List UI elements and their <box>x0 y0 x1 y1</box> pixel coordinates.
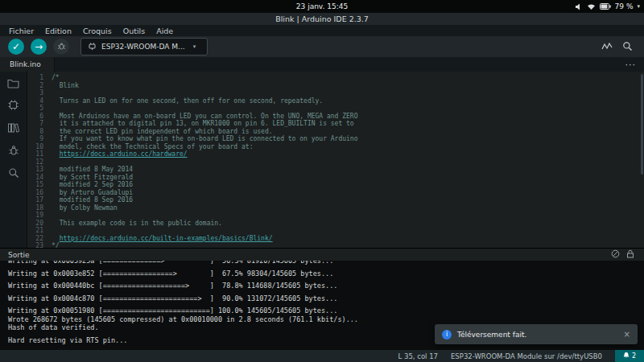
line-number: 13 <box>27 166 52 174</box>
debug-button[interactable] <box>53 39 69 55</box>
editor-line[interactable]: 8 the correct LED pin independent of whi… <box>27 128 644 136</box>
status-bar: L 35, col 17 ESP32-WROOM-DA Module sur /… <box>0 350 644 362</box>
menu-item-edition[interactable]: Edition <box>39 27 77 35</box>
editor-line[interactable]: 6 Most Arduinos have an on-board LED you… <box>27 113 644 121</box>
editor-line[interactable]: 21 <box>27 227 644 235</box>
line-number: 22 <box>27 235 52 243</box>
line-number: 20 <box>27 220 52 228</box>
code-link[interactable]: https://docs.arduino.cc/built-in-example… <box>60 235 273 242</box>
code-text: modified 8 Sep 2016 <box>52 196 133 204</box>
notifications-button[interactable]: 2 <box>615 350 644 362</box>
line-number: 9 <box>27 135 52 143</box>
volume-icon <box>575 3 583 10</box>
board-selector[interactable]: ESP32-WROOM-DA M... ▾ <box>80 38 208 56</box>
menu-item-outils[interactable]: Outils <box>118 27 151 35</box>
line-number: 18 <box>27 204 52 212</box>
serial-plotter-icon[interactable] <box>601 39 613 55</box>
editor-line[interactable]: 4 Turns an LED on for one second, then o… <box>27 97 644 105</box>
sidebar-item-boards-manager[interactable] <box>6 100 20 113</box>
code-text <box>52 89 56 97</box>
board-plug-icon <box>88 42 97 52</box>
chip-icon <box>7 99 19 114</box>
system-top-bar: 23 janv. 15:45 79 % ▾ <box>0 0 644 13</box>
tab-overflow-menu[interactable]: ··· <box>625 57 644 72</box>
bug-icon <box>8 144 19 159</box>
code-link[interactable]: https://docs.arduino.cc/hardware/ <box>60 150 188 158</box>
cursor-position[interactable]: L 35, col 17 <box>398 352 438 360</box>
line-number: 8 <box>27 128 52 136</box>
editor-line[interactable]: 3 <box>27 89 644 97</box>
editor-line[interactable]: 5 <box>27 105 644 113</box>
menu-item-fichier[interactable]: Fichier <box>3 27 39 35</box>
scroll-lock-icon[interactable] <box>626 249 634 260</box>
code-text: model, check the Technical Specs of your… <box>52 143 253 151</box>
system-tray[interactable]: 79 % ▾ <box>575 0 640 13</box>
editor-line[interactable]: 10 model, check the Technical Specs of y… <box>27 143 644 151</box>
code-text: modified 2 Sep 2016 <box>52 181 133 189</box>
console-line: Writing at 0x0003e852 [=================… <box>8 269 644 278</box>
editor-line[interactable]: 17 modified 8 Sep 2016 <box>27 196 644 204</box>
editor-line[interactable]: 12 <box>27 158 644 167</box>
chevron-down-icon: ▾ <box>193 43 196 50</box>
verify-button[interactable]: ✓ <box>8 39 24 55</box>
code-text: modified 8 May 2014 <box>52 166 133 174</box>
board-port-status[interactable]: ESP32-WROOM-DA Module sur /dev/ttyUSB0 <box>451 352 602 360</box>
code-text: it is attached to digital pin 13, on MKR… <box>52 120 354 128</box>
line-number: 10 <box>27 143 52 151</box>
code-text: by Arturo Guadalupi <box>52 189 133 197</box>
editor-scrollbar[interactable] <box>641 74 643 175</box>
toolbar: ✓ → ESP32-WROOM-DA M... ▾ <box>0 36 644 57</box>
line-number: 14 <box>27 174 52 182</box>
menu-item-croquis[interactable]: Croquis <box>77 27 118 35</box>
editor-line[interactable]: 20 This example code is in the public do… <box>27 220 644 228</box>
code-editor[interactable]: 1/*2 Blink3 4 Turns an LED on for one se… <box>27 72 644 250</box>
code-text: by Colby Newman <box>52 204 118 212</box>
editor-line[interactable]: 14 by Scott Fitzgerald <box>27 174 644 182</box>
editor-line[interactable]: 18 by Colby Newman <box>27 204 644 212</box>
caret-down-icon: ▾ <box>637 3 640 10</box>
books-icon <box>7 121 19 137</box>
tab-blink-ino[interactable]: Blink.ino <box>0 57 55 72</box>
menu-item-aide[interactable]: Aide <box>151 27 179 35</box>
close-icon[interactable]: × <box>624 330 630 339</box>
network-icon <box>587 3 596 10</box>
editor-line[interactable]: 19 <box>27 212 644 220</box>
console-line: Writing at 0x00051980 [=================… <box>8 306 644 315</box>
upload-done-toast: i Téléversement fait. × <box>435 324 638 344</box>
upload-button[interactable]: → <box>31 39 47 55</box>
arrow-right-icon: → <box>35 42 43 51</box>
editor-line[interactable]: 2 Blink <box>27 82 644 90</box>
sidebar-item-library-manager[interactable] <box>6 122 20 136</box>
info-icon: i <box>442 330 452 339</box>
editor-line[interactable]: 7 it is attached to digital pin 13, on M… <box>27 120 644 128</box>
system-clock[interactable]: 23 janv. 15:45 <box>296 2 348 10</box>
line-number: 2 <box>27 82 52 90</box>
line-number: 12 <box>27 158 52 167</box>
console-line: Writing at 0x0004c870 [=================… <box>8 294 644 303</box>
code-text: https://docs.arduino.cc/hardware/ <box>52 150 188 158</box>
editor-line[interactable]: 15 modified 2 Sep 2016 <box>27 181 644 189</box>
line-number: 16 <box>27 189 52 197</box>
clear-output-icon[interactable] <box>611 249 620 260</box>
window-title: Blink | Arduino IDE 2.3.7 <box>275 14 369 23</box>
line-number: 17 <box>27 196 52 204</box>
editor-line[interactable]: 9 If you want to know what pin the on-bo… <box>27 135 644 143</box>
sidebar-item-sketchbook[interactable] <box>6 77 20 91</box>
code-text <box>52 158 56 167</box>
editor-line[interactable]: 22 https://docs.arduino.cc/built-in-exam… <box>27 235 644 243</box>
code-text: If you want to know what pin the on-boar… <box>52 135 358 143</box>
serial-monitor-icon[interactable] <box>622 39 633 55</box>
window-title-bar[interactable]: Blink | Arduino IDE 2.3.7 <box>0 13 644 25</box>
editor-line[interactable]: 16 by Arturo Guadalupi <box>27 189 644 197</box>
sidebar-item-search[interactable] <box>6 167 20 181</box>
battery-icon <box>600 3 611 10</box>
line-number: 3 <box>27 89 52 97</box>
code-text: Blink <box>52 82 79 90</box>
sidebar-item-debug[interactable] <box>6 145 20 158</box>
menu-bar-items: FichierEditionCroquisOutilsAide <box>0 25 644 36</box>
editor-line[interactable]: 13 modified 8 May 2014 <box>27 166 644 174</box>
line-number: 15 <box>27 181 52 189</box>
code-text: /* <box>52 74 60 82</box>
editor-line[interactable]: 11 https://docs.arduino.cc/hardware/ <box>27 150 644 158</box>
editor-line[interactable]: 1/* <box>27 74 644 82</box>
